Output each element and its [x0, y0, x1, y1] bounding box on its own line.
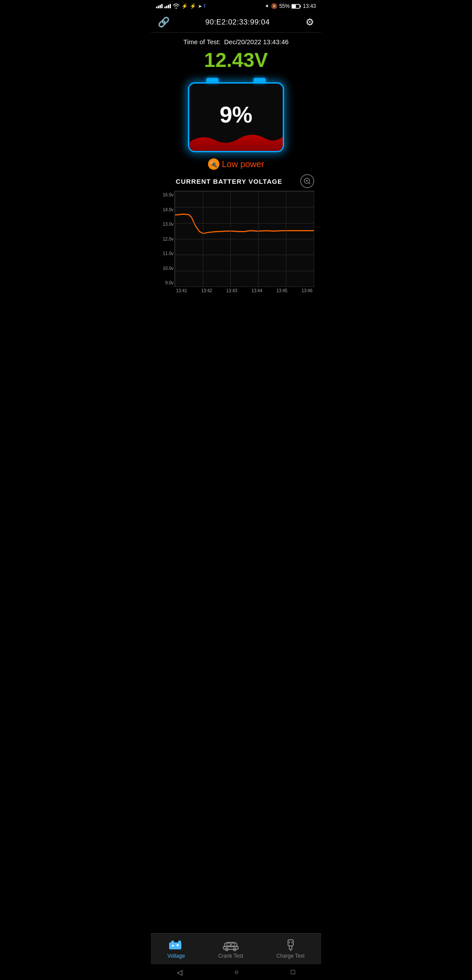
- top-bar: 🔗 90:E2:02:33:99:04 ⚙: [151, 12, 321, 33]
- x-label-1341: 13:41: [176, 288, 187, 293]
- settings-icon[interactable]: ⚙: [305, 17, 314, 28]
- x-label-1343: 13:43: [226, 288, 237, 293]
- battery-icon-container: 9%: [158, 78, 314, 152]
- status-right: ✦ 🔕 55% 13:43: [265, 3, 316, 9]
- facebook-icon: f: [204, 3, 205, 9]
- y-label-11: 11.0v: [159, 251, 174, 256]
- grid-v-4: [258, 191, 259, 287]
- svg-rect-1: [292, 5, 296, 8]
- clock-label: 13:43: [303, 3, 316, 9]
- main-content: Time of Test: Dec/20/2022 13:43:46 12.43…: [151, 33, 321, 293]
- x-label-1345: 13:45: [277, 288, 288, 293]
- y-axis-labels: 16.0v 14.0v 13.0v 12.0v 11.0v 10.0v 9.0v: [158, 191, 174, 287]
- grid-v-6: [314, 191, 314, 287]
- plug-icon: 🔌: [208, 158, 219, 170]
- y-label-14: 14.0v: [159, 207, 174, 212]
- mute-icon: 🔕: [271, 3, 278, 9]
- time-of-test-value: Dec/20/2022 13:43:46: [224, 38, 289, 46]
- battery-percent-label: 55%: [279, 3, 290, 9]
- grid-h-3: [175, 223, 314, 224]
- grid-h-6: [175, 271, 314, 271]
- y-label-10: 10.0v: [159, 266, 174, 271]
- time-of-test-label: Time of Test:: [184, 38, 221, 46]
- chart-wrapper: 16.0v 14.0v 13.0v 12.0v 11.0v 10.0v 9.0v: [158, 191, 314, 293]
- grid-h-2: [175, 207, 314, 207]
- grid-h-1: [175, 191, 314, 192]
- signal-bars-1: [156, 4, 163, 8]
- battery-percent-display: 9%: [219, 102, 252, 128]
- svg-line-4: [309, 182, 310, 184]
- lightning-icon-1: ⚡: [181, 3, 188, 9]
- y-label-12: 12.0v: [159, 237, 174, 242]
- x-label-1346: 13:46: [302, 288, 312, 293]
- battery-terminal-left: [206, 78, 219, 83]
- grid-h-7: [175, 287, 314, 287]
- time-of-test: Time of Test: Dec/20/2022 13:43:46: [158, 38, 314, 46]
- low-power-label: Low power: [222, 159, 264, 169]
- x-label-1342: 13:42: [201, 288, 212, 293]
- battery-fill-wave: [189, 129, 283, 151]
- grid-v-5: [286, 191, 286, 287]
- voltage-display: 12.43V: [158, 48, 314, 72]
- wifi-icon: [173, 4, 180, 9]
- low-power-indicator: 🔌 Low power: [158, 158, 314, 170]
- device-id: 90:E2:02:33:99:04: [205, 18, 270, 27]
- zoom-icon[interactable]: [300, 174, 314, 188]
- grid-h-5: [175, 255, 314, 255]
- grid-h-4: [175, 239, 314, 239]
- x-label-1344: 13:44: [251, 288, 262, 293]
- lightning-icon-2: ⚡: [190, 3, 196, 9]
- chart-header: CURRENT BATTERY VOLTAGE: [158, 174, 314, 188]
- x-axis-labels: 13:41 13:42 13:43 13:44 13:45 13:46: [174, 287, 314, 293]
- signal-bars-2: [164, 4, 171, 8]
- battery-body: 9%: [188, 82, 284, 152]
- chart-canvas: [174, 191, 314, 287]
- svg-rect-2: [300, 5, 301, 7]
- battery-terminal-right: [253, 78, 266, 83]
- navigation-icon: ➤: [198, 4, 202, 9]
- y-label-9: 9.0v: [159, 280, 174, 285]
- y-label-16: 16.0v: [159, 192, 174, 197]
- grid-v-2: [203, 191, 203, 287]
- grid-v-1: [175, 191, 175, 287]
- status-left: ⚡ ⚡ ➤ f: [156, 3, 205, 9]
- chart-title: CURRENT BATTERY VOLTAGE: [176, 178, 282, 185]
- link-icon[interactable]: 🔗: [158, 17, 170, 28]
- battery-status-icon: [292, 4, 301, 9]
- y-label-13: 13.0v: [159, 222, 174, 227]
- status-bar: ⚡ ⚡ ➤ f ✦ 🔕 55% 13:43: [151, 0, 321, 12]
- grid-v-3: [230, 191, 231, 287]
- bluetooth-icon: ✦: [265, 3, 269, 9]
